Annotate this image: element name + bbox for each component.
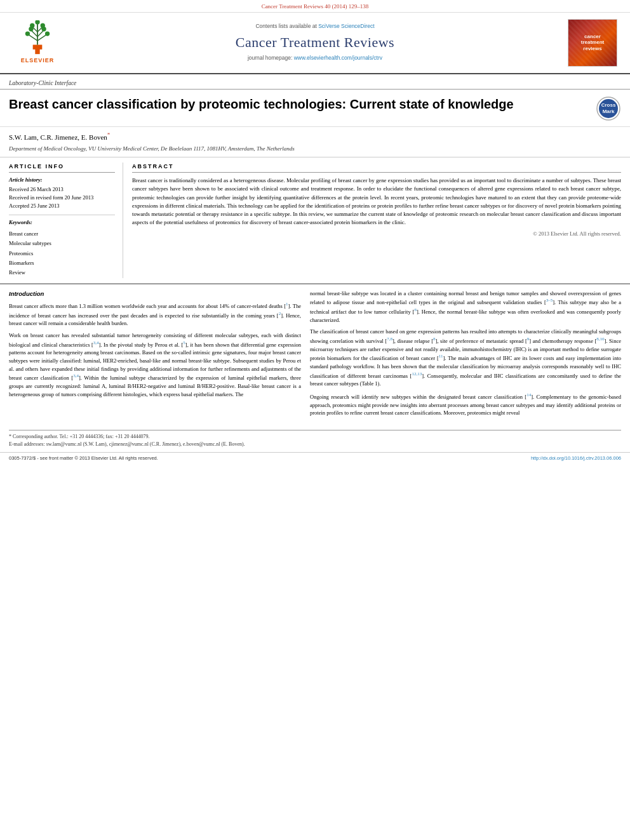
journal-cover: cancertreatmentreviews: [564, 19, 621, 67]
article-info-heading: ARTICLE INFO: [9, 163, 115, 173]
accepted-date: Accepted 25 June 2013: [9, 202, 115, 210]
elsevier-logo-area: ELSEVIER: [9, 19, 66, 67]
received-date: Received 26 March 2013: [9, 185, 115, 194]
svg-point-13: [45, 32, 50, 36]
introduction-heading: Introduction: [9, 290, 301, 298]
authors-area: S.W. Lam, C.R. Jimenez, E. Boven*: [0, 127, 630, 143]
right-para-2: The classification of breast cancer base…: [310, 328, 621, 388]
right-para-1: normal breast-like subtype was located i…: [310, 290, 621, 324]
svg-point-12: [35, 20, 39, 24]
keyword-breast-cancer: Breast cancer: [9, 229, 115, 239]
homepage-url[interactable]: www.elsevierhealth.com/journals/ctrv: [294, 55, 382, 61]
keywords-list: Breast cancer Molecular subtypes Proteom…: [9, 229, 115, 277]
keywords-section: Keywords: Breast cancer Molecular subtyp…: [9, 215, 115, 277]
elsevier-logo: ELSEVIER: [18, 20, 57, 65]
footnote-area: * Corresponding author. Tel.: +31 20 444…: [9, 430, 621, 448]
history-label: Article history:: [9, 177, 115, 184]
svg-text:Mark: Mark: [603, 109, 615, 114]
abstract-column: ABSTRACT Breast cancer is traditionally …: [132, 163, 621, 278]
keyword-molecular-subtypes: Molecular subtypes: [9, 239, 115, 248]
sciverse-link[interactable]: SciVerse ScienceDirect: [318, 23, 374, 29]
journal-cover-image: cancertreatmentreviews: [568, 19, 617, 67]
crossmark-icon: Cross Mark: [596, 97, 620, 121]
journal-header-center: Contents lists available at SciVerse Sci…: [72, 19, 558, 67]
crossmark-badge[interactable]: Cross Mark: [596, 96, 621, 121]
journal-homepage: journal homepage: www.elsevierhealth.com…: [72, 55, 558, 62]
footer-bar: 0305-7372/$ - see front matter © 2013 El…: [0, 452, 630, 465]
journal-citation: Cancer Treatment Reviews 40 (2014) 129–1…: [262, 3, 369, 10]
revised-date: Received in revised form 20 June 2013: [9, 194, 115, 202]
svg-text:Cross: Cross: [601, 102, 616, 108]
article-title-area: Breast cancer classification by proteomi…: [0, 90, 630, 127]
article-history: Article history: Received 26 March 2013 …: [9, 177, 115, 210]
journal-bar: Cancer Treatment Reviews 40 (2014) 129–1…: [0, 0, 630, 13]
footer-doi[interactable]: http://dx.doi.org/10.1016/j.ctrv.2013.06…: [531, 455, 621, 462]
abstract-copyright: © 2013 Elsevier Ltd. All rights reserved…: [132, 230, 621, 238]
article-title: Breast cancer classification by proteomi…: [9, 96, 596, 112]
elsevier-tree-icon: [18, 20, 57, 55]
svg-point-11: [30, 23, 34, 28]
journal-header: ELSEVIER Contents lists available at Sci…: [0, 13, 630, 74]
footnote-emails: E-mail addresses: sw.lam@vumc.nl (S.W. L…: [9, 441, 621, 448]
keywords-label: Keywords:: [9, 219, 115, 227]
content-left-column: Introduction Breast cancer affects more …: [9, 290, 301, 421]
svg-line-5: [33, 27, 37, 32]
svg-line-8: [37, 27, 42, 32]
abstract-heading: ABSTRACT: [132, 163, 621, 173]
sciverse-line: Contents lists available at SciVerse Sci…: [72, 23, 558, 30]
section-label: Laboratory-Clinic Interface: [0, 74, 630, 90]
footer-copyright: 0305-7372/$ - see front matter © 2013 El…: [9, 455, 158, 462]
keyword-proteomics: Proteomics: [9, 249, 115, 258]
main-content: Introduction Breast cancer affects more …: [0, 283, 630, 426]
elsevier-text: ELSEVIER: [21, 57, 55, 65]
journal-title: Cancer Treatment Reviews: [72, 33, 558, 53]
keyword-biomarkers: Biomarkers: [9, 258, 115, 268]
affiliation-line: Department of Medical Oncology, VU Unive…: [0, 143, 630, 157]
authors-line: S.W. Lam, C.R. Jimenez, E. Boven*: [9, 131, 621, 142]
right-para-3: Ongoing research will identify new subty…: [310, 392, 621, 417]
article-info-abstract: ARTICLE INFO Article history: Received 2…: [0, 157, 630, 283]
svg-rect-1: [33, 45, 43, 50]
svg-point-9: [25, 32, 30, 36]
intro-para-1: Breast cancer affects more than 1.3 mill…: [9, 301, 301, 328]
footnote-corresponding: * Corresponding author. Tel.: +31 20 444…: [9, 433, 621, 441]
author-names: S.W. Lam, C.R. Jimenez, E. Boven*: [9, 133, 110, 141]
article-info-column: ARTICLE INFO Article history: Received 2…: [9, 163, 123, 278]
doi-link[interactable]: http://dx.doi.org/10.1016/j.ctrv.2013.06…: [531, 455, 621, 461]
content-right-column: normal breast-like subtype was located i…: [310, 290, 621, 421]
abstract-text: Breast cancer is traditionally considere…: [132, 177, 621, 227]
svg-point-15: [41, 23, 45, 28]
intro-para-2: Work on breast cancer has revealed subst…: [9, 331, 301, 399]
keyword-review: Review: [9, 268, 115, 277]
